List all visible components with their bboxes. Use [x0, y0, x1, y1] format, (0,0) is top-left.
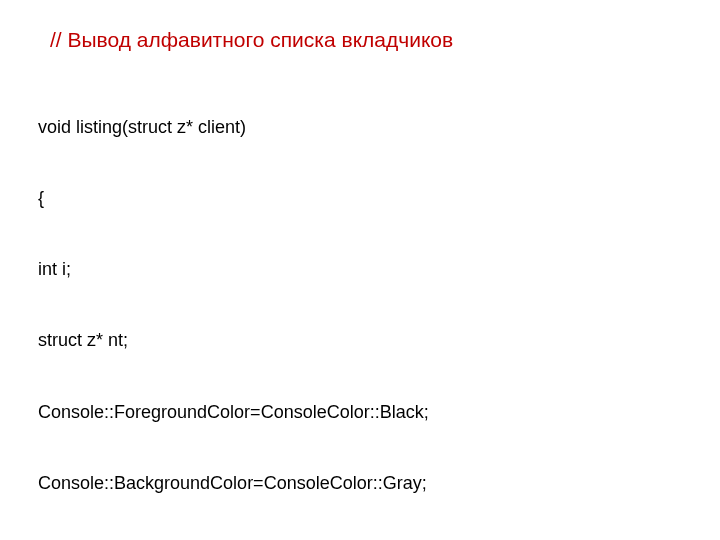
code-block: void listing(struct z* client) { int i; …	[38, 68, 682, 540]
document-container: // Вывод алфавитного списка вкладчиков v…	[0, 0, 720, 540]
code-line: void listing(struct z* client)	[38, 116, 682, 140]
code-line: {	[38, 187, 682, 211]
code-line: int i;	[38, 258, 682, 282]
code-line: struct z* nt;	[38, 329, 682, 353]
comment-title: // Вывод алфавитного списка вкладчиков	[50, 28, 682, 52]
code-line: Console::BackgroundColor=ConsoleColor::G…	[38, 472, 682, 496]
code-line: Console::ForegroundColor=ConsoleColor::B…	[38, 401, 682, 425]
